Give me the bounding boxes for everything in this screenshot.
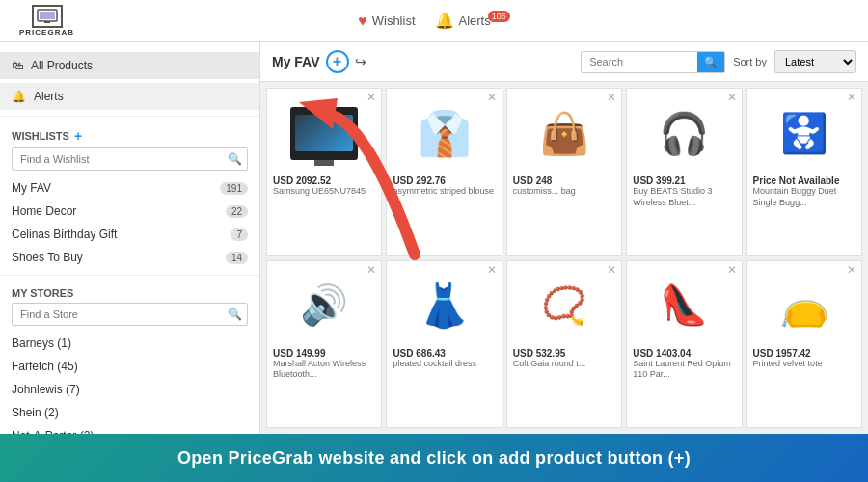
product-price: USD 399.21	[633, 175, 735, 186]
product-card[interactable]: ✕ 🔊 USD 149.99 Marshall Acton Wireless B…	[266, 260, 382, 429]
store-item-name: Net-A-Porter (2)	[12, 429, 94, 434]
store-item[interactable]: Barneys (1)	[0, 332, 259, 355]
sort-label: Sort by	[733, 56, 767, 67]
product-close-button[interactable]: ✕	[607, 92, 616, 103]
stores-heading: MY STORES	[0, 281, 259, 303]
product-card[interactable]: ✕ 👜 USD 248 customiss... bag	[506, 88, 622, 256]
product-description: Printed velvet tote	[753, 359, 855, 370]
product-search-box: 🔍	[581, 51, 725, 73]
product-close-button[interactable]: ✕	[366, 92, 376, 103]
svg-rect-2	[44, 21, 50, 23]
product-description: asymmetric striped blouse	[393, 186, 495, 198]
heels-image: 👠	[660, 282, 708, 328]
all-products-button[interactable]: 🛍 All Products	[0, 52, 259, 79]
bell-icon: 🔔	[435, 12, 454, 30]
logo-icon	[32, 5, 63, 28]
alerts-button[interactable]: 🔔 Alerts	[0, 83, 259, 110]
heart-icon: ♥	[358, 13, 367, 30]
product-description: Marshall Acton Wireless Bluetooth...	[273, 359, 375, 381]
main-layout: 🛍 All Products 🔔 Alerts WISHLISTS + 🔍 My…	[0, 42, 868, 434]
wishlist-item-name: My FAV	[12, 181, 51, 195]
wishlist-item[interactable]: Home Decor22	[0, 200, 259, 223]
product-card[interactable]: ✕ USD 2092.52 Samsung UE65NU7845	[266, 88, 382, 256]
wishlist-item[interactable]: Shoes To Buy14	[0, 246, 259, 269]
stroller-image: 🚼	[780, 111, 828, 156]
store-item[interactable]: Net-A-Porter (2)	[0, 424, 259, 434]
store-list: Barneys (1)Farfetch (45)Johnlewis (7)She…	[0, 332, 259, 434]
product-price: USD 149.99	[273, 348, 375, 359]
product-price: Price Not Available	[753, 175, 855, 186]
wishlist-list: My FAV191Home Decor22Celinas Birthday Gi…	[0, 176, 259, 269]
necklace-image: 📿	[541, 284, 586, 327]
search-wishlist-icon: 🔍	[228, 152, 242, 166]
product-description: Buy BEATS Studio 3 Wireless Bluet...	[633, 186, 735, 208]
find-store-input[interactable]	[12, 303, 248, 326]
product-close-button[interactable]: ✕	[366, 264, 376, 276]
store-item[interactable]: Shein (2)	[0, 401, 259, 424]
wishlist-item-count: 22	[226, 205, 248, 218]
tv-image	[290, 107, 358, 160]
store-search: 🔍	[12, 303, 248, 326]
find-wishlist-input[interactable]	[12, 147, 248, 171]
product-price: USD 1957.42	[753, 348, 855, 359]
product-card[interactable]: ✕ 👠 USD 1403.04 Saint Laurent Red Opium …	[626, 260, 742, 429]
product-price: USD 532.95	[513, 348, 615, 359]
product-price: USD 292.76	[393, 175, 495, 186]
product-description: Saint Laurent Red Opium 110 Par...	[633, 359, 735, 381]
alerts-link[interactable]: 🔔 Alerts 106	[435, 12, 510, 30]
headphones-image: 🎧	[659, 110, 709, 157]
wishlist-search: 🔍	[12, 147, 248, 171]
products-grid: ✕ USD 2092.52 Samsung UE65NU7845 ✕ 👔 USD…	[260, 82, 868, 434]
product-image: 👗	[393, 267, 495, 344]
product-price: USD 686.43	[393, 348, 495, 359]
svg-rect-1	[40, 12, 55, 19]
wishlist-item[interactable]: Celinas Birthday Gift7	[0, 223, 259, 246]
product-close-button[interactable]: ✕	[847, 92, 856, 103]
store-item-name: Barneys (1)	[12, 336, 71, 350]
dress-image: 👗	[418, 281, 471, 331]
add-product-button[interactable]: +	[326, 50, 349, 73]
header: PRICEGRAB ♥ Wishlist 🔔 Alerts 106	[0, 0, 868, 42]
product-image: 👠	[633, 267, 735, 344]
product-image: 👜	[513, 94, 615, 172]
store-item[interactable]: Johnlewis (7)	[0, 378, 259, 401]
product-close-button[interactable]: ✕	[727, 264, 737, 276]
wishlist-item-name: Shoes To Buy	[12, 251, 83, 264]
content-area: My FAV + ↪ 🔍 Sort by Latest Price Low Pr…	[260, 42, 868, 434]
share-button[interactable]: ↪	[355, 54, 366, 69]
shirt-image: 👔	[418, 108, 472, 159]
alerts-label: Alerts	[459, 13, 491, 28]
product-description: Mountain Buggy Duet Single Bugg...	[753, 186, 855, 208]
product-close-button[interactable]: ✕	[487, 92, 497, 103]
product-card[interactable]: ✕ 🚼 Price Not Available Mountain Buggy D…	[746, 88, 862, 256]
product-price: USD 248	[513, 175, 615, 186]
product-close-button[interactable]: ✕	[727, 92, 737, 103]
wishlist-link[interactable]: ♥ Wishlist	[358, 13, 415, 30]
product-card[interactable]: ✕ 👝 USD 1957.42 Printed velvet tote	[746, 260, 862, 429]
product-image: 🎧	[633, 94, 735, 172]
product-search-button[interactable]: 🔍	[697, 52, 724, 72]
add-wishlist-button[interactable]: +	[74, 128, 82, 144]
sort-select[interactable]: Latest Price Low Price High Name	[774, 50, 856, 73]
wishlist-item[interactable]: My FAV191	[0, 176, 259, 200]
product-close-button[interactable]: ✕	[487, 264, 497, 276]
store-item[interactable]: Farfetch (45)	[0, 355, 259, 378]
product-card[interactable]: ✕ 📿 USD 532.95 Cult Gaia round t...	[506, 260, 622, 429]
product-search-input[interactable]	[582, 52, 697, 71]
store-item-name: Farfetch (45)	[12, 360, 78, 373]
wishlists-heading: WISHLISTS +	[0, 122, 259, 147]
bag-icon: 🛍	[12, 59, 23, 72]
product-card[interactable]: ✕ 🎧 USD 399.21 Buy BEATS Studio 3 Wirele…	[626, 88, 742, 256]
product-image: 🚼	[753, 94, 855, 172]
wishlist-item-count: 14	[226, 252, 248, 264]
bottom-bar: Open PriceGrab website and click on add …	[0, 434, 868, 482]
product-close-button[interactable]: ✕	[607, 264, 616, 276]
product-close-button[interactable]: ✕	[847, 264, 856, 276]
store-item-name: Shein (2)	[12, 406, 59, 419]
product-description: Cult Gaia round t...	[513, 359, 615, 370]
search-store-icon: 🔍	[228, 308, 242, 321]
product-card[interactable]: ✕ 👗 USD 686.43 pleated cocktail dress	[386, 260, 502, 429]
alerts-sidebar-label: Alerts	[34, 90, 64, 103]
alerts-badge: 106	[488, 11, 510, 22]
product-card[interactable]: ✕ 👔 USD 292.76 asymmetric striped blouse	[386, 88, 502, 256]
